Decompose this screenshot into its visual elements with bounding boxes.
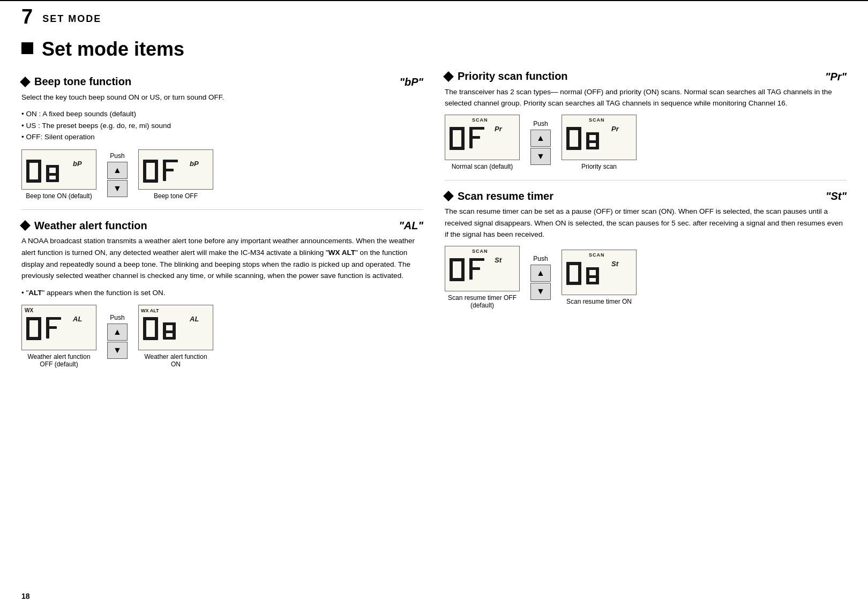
svg-rect-12 xyxy=(155,160,158,181)
push-label-scan-resume: Push xyxy=(533,255,548,262)
svg-text:AL: AL xyxy=(72,315,82,323)
scan-resume-on-label: Scan resume timer ON xyxy=(566,298,632,305)
down-arrow-btn-weather[interactable]: ▼ xyxy=(107,342,128,359)
up-arrow-btn-scan[interactable]: ▲ xyxy=(530,265,551,282)
push-label-priority: Push xyxy=(533,120,548,127)
svg-rect-31 xyxy=(143,337,158,340)
diamond-icon-3 xyxy=(443,71,454,82)
priority-scan-section: Priority scan function "Pr" The transcei… xyxy=(445,70,847,170)
weather-alert-displays: WX AL xyxy=(21,305,423,368)
left-column: Set mode items Beep tone function "bP" S… xyxy=(21,38,423,378)
weather-alert-header: Weather alert function "AL" xyxy=(21,220,423,232)
svg-rect-7 xyxy=(46,173,59,176)
divider-1 xyxy=(21,209,423,210)
svg-text:Pr: Pr xyxy=(611,125,619,133)
svg-rect-25 xyxy=(46,326,57,329)
svg-rect-62 xyxy=(450,278,465,281)
scan-resume-on-display: SCAN xyxy=(562,250,637,305)
weather-off-display: WX AL xyxy=(21,305,96,368)
priority-scan-header: Priority scan function "Pr" xyxy=(445,70,847,83)
svg-text:Pr: Pr xyxy=(495,125,503,133)
beep-tone-title: Beep tone function xyxy=(21,76,131,88)
svg-rect-42 xyxy=(450,147,465,150)
weather-on-lcd: WX ALT xyxy=(138,305,213,350)
beep-tone-desc: Select the key touch beep sound ON or US… xyxy=(21,92,423,103)
svg-text:WX ALT: WX ALT xyxy=(141,308,159,313)
chapter-title: SET MODE xyxy=(42,13,101,25)
svg-rect-55 xyxy=(586,140,599,143)
svg-text:SCAN: SCAN xyxy=(589,117,605,123)
svg-rect-50 xyxy=(578,127,581,148)
down-arrow-btn-scan[interactable]: ▼ xyxy=(530,283,551,300)
beep-tone-on-display: bP Beep tone ON (default) xyxy=(21,149,96,200)
svg-rect-2 xyxy=(38,160,41,181)
weather-alert-desc: A NOAA broadcast station transmits a wea… xyxy=(21,235,423,281)
scan-resume-desc: The scan resume timer can be set as a pa… xyxy=(445,206,847,240)
svg-text:St: St xyxy=(495,256,502,264)
scan-resume-off-label: Scan resume timer OFF(default) xyxy=(448,294,517,309)
scan-resume-section: Scan resume timer "St" The scan resume t… xyxy=(445,190,847,309)
push-label-beep: Push xyxy=(110,152,124,160)
scan-resume-header: Scan resume timer "St" xyxy=(445,190,847,203)
svg-rect-13 xyxy=(143,179,158,183)
normal-scan-lcd: SCAN Pr xyxy=(445,115,520,160)
scan-resume-title: Scan resume timer xyxy=(445,190,553,202)
beep-tone-list: • ON : A fixed beep sounds (default) • U… xyxy=(21,108,423,143)
svg-text:SCAN: SCAN xyxy=(472,117,488,123)
svg-rect-30 xyxy=(155,317,158,339)
beep-tone-header: Beep tone function "bP" xyxy=(21,76,423,88)
svg-rect-56 xyxy=(586,147,599,149)
section-title: Set mode items xyxy=(21,38,423,61)
weather-off-lcd: WX AL xyxy=(21,305,96,350)
up-arrow-btn-priority[interactable]: ▲ xyxy=(530,130,551,147)
weather-off-label: Weather alert functionOFF (default) xyxy=(27,353,90,368)
svg-rect-45 xyxy=(469,136,480,139)
scan-resume-push: Push ▲ ▼ xyxy=(530,255,551,300)
svg-rect-41 xyxy=(461,127,465,148)
priority-svg: SCAN xyxy=(562,115,637,160)
svg-rect-64 xyxy=(469,258,484,261)
beep-tone-off-lcd: bP xyxy=(138,149,213,190)
top-bar: 7 SET MODE xyxy=(0,0,868,33)
chapter-number: 7 xyxy=(21,5,33,28)
down-arrow-btn-priority[interactable]: ▼ xyxy=(530,148,551,165)
priority-scan-push: Push ▲ ▼ xyxy=(530,120,551,165)
beep-tone-on-svg: bP xyxy=(22,150,96,190)
weather-alert-title: Weather alert function xyxy=(21,220,147,232)
svg-rect-76 xyxy=(586,282,599,284)
priority-scan-display: SCAN xyxy=(562,115,637,170)
down-arrow-btn-beep[interactable]: ▼ xyxy=(107,180,128,197)
svg-rect-70 xyxy=(578,262,581,283)
weather-off-svg: WX AL xyxy=(22,305,96,350)
beep-tone-push: Push ▲ ▼ xyxy=(107,152,128,197)
beep-tone-off-svg: bP xyxy=(139,150,213,190)
weather-on-svg: WX ALT xyxy=(139,305,213,350)
beep-tone-on-lcd: bP xyxy=(21,149,96,190)
svg-rect-3 xyxy=(26,179,41,183)
diamond-icon-2 xyxy=(20,220,31,231)
svg-rect-65 xyxy=(469,267,480,270)
svg-text:bP: bP xyxy=(73,160,82,168)
scan-resume-off-lcd: SCAN St xyxy=(445,246,520,291)
svg-text:SCAN: SCAN xyxy=(472,249,488,254)
svg-text:St: St xyxy=(611,260,619,268)
svg-text:AL: AL xyxy=(189,315,199,323)
svg-rect-75 xyxy=(586,275,599,278)
up-arrow-btn-beep[interactable]: ▲ xyxy=(107,162,128,179)
svg-rect-16 xyxy=(163,169,174,171)
divider-2 xyxy=(445,180,847,181)
scan-resume-code: "St" xyxy=(826,190,847,202)
priority-scan-title: Priority scan function xyxy=(445,70,568,82)
beep-tone-displays: bP Beep tone ON (default) Push ▲ ▼ xyxy=(21,149,423,200)
beep-tone-code: "bP" xyxy=(399,76,423,88)
beep-tone-on-label: Beep tone ON (default) xyxy=(26,192,92,200)
svg-rect-71 xyxy=(566,282,581,285)
beep-tone-off-display: bP Beep tone OFF xyxy=(138,149,213,200)
svg-rect-51 xyxy=(566,147,581,150)
black-square-icon xyxy=(21,42,33,54)
weather-alert-note: • "ALT" appears when the function is set… xyxy=(21,287,423,299)
up-arrow-btn-weather[interactable]: ▲ xyxy=(107,324,128,341)
priority-scan-desc: The transceiver has 2 scan types— normal… xyxy=(445,86,847,109)
normal-scan-svg: SCAN Pr xyxy=(445,115,520,160)
scan-resume-on-svg: SCAN xyxy=(562,250,637,295)
